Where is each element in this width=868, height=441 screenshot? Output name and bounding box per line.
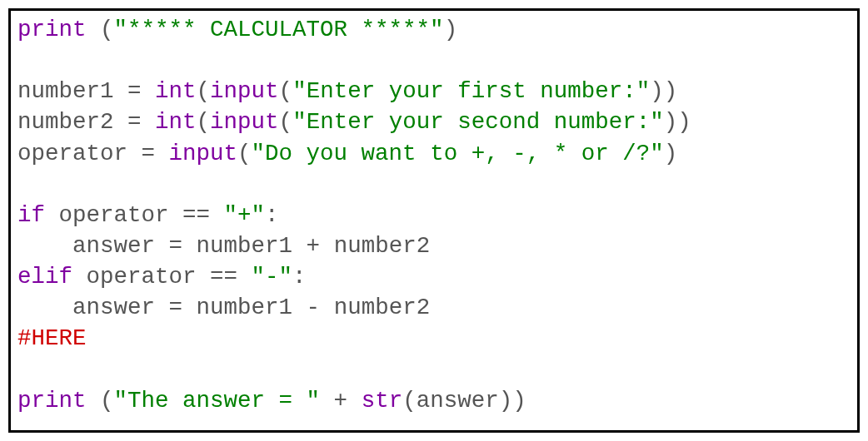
minus-op: -: [307, 295, 321, 320]
rparen: ): [650, 78, 664, 104]
string-literal: "Enter your second number:": [292, 109, 664, 135]
identifier-number1: number1: [197, 233, 307, 259]
space: [320, 233, 334, 259]
plus-op: +: [307, 233, 321, 259]
lparen: (: [100, 388, 114, 414]
equals-op: =: [169, 233, 183, 259]
identifier-number2: number2: [17, 109, 127, 135]
identifier-answer: answer: [72, 233, 169, 259]
lparen: (: [402, 388, 417, 414]
colon: :: [292, 264, 307, 290]
string-literal: "+": [224, 202, 266, 228]
input-fn: input: [210, 109, 279, 135]
elif-keyword: elif: [17, 264, 72, 290]
string-literal: "***** CALCULATOR *****": [114, 17, 444, 42]
str-fn: str: [362, 388, 403, 414]
string-literal: "-": [252, 264, 293, 290]
space: [182, 233, 197, 259]
space: [320, 388, 334, 414]
equals-op: =: [142, 141, 156, 166]
space: [182, 295, 197, 320]
rparen: ): [512, 388, 526, 414]
string-literal: "Enter your first number:": [292, 78, 650, 104]
rparen: ): [499, 388, 513, 414]
eqeq-op: ==: [182, 202, 210, 228]
space: [237, 264, 252, 290]
code-snippet: print ("***** CALCULATOR *****") number1…: [8, 8, 860, 433]
space: [210, 202, 224, 228]
space: [347, 388, 362, 414]
space: [72, 264, 87, 290]
if-keyword: if: [17, 202, 45, 228]
print-keyword: print: [17, 388, 87, 414]
int-fn: int: [155, 109, 197, 135]
string-literal: "Do you want to +, -, * or /?": [252, 141, 664, 166]
string-literal: "The answer = ": [114, 388, 321, 414]
input-fn: input: [210, 78, 279, 104]
identifier-number1: number1: [17, 78, 127, 104]
identifier-number1: number1: [197, 295, 307, 320]
indent: [17, 233, 72, 259]
rparen: ): [664, 109, 678, 135]
equals-op: =: [169, 295, 183, 320]
lparen: (: [279, 109, 293, 135]
comment-here: #HERE: [17, 325, 87, 351]
space: [142, 78, 156, 104]
space: [87, 388, 101, 414]
int-fn: int: [155, 78, 197, 104]
identifier-number2: number2: [334, 295, 431, 320]
space: [87, 17, 101, 42]
colon: :: [265, 202, 279, 228]
lparen: (: [237, 141, 252, 166]
eqeq-op: ==: [210, 264, 237, 290]
identifier-operator: operator: [87, 264, 211, 290]
equals-op: =: [127, 78, 142, 104]
space: [320, 295, 334, 320]
lparen: (: [279, 78, 293, 104]
rparen: ): [664, 141, 678, 166]
space: [45, 202, 59, 228]
lparen: (: [100, 17, 114, 42]
input-fn: input: [169, 141, 238, 166]
equals-op: =: [127, 109, 142, 135]
identifier-answer: answer: [417, 388, 499, 414]
identifier-answer: answer: [72, 295, 169, 320]
lparen: (: [197, 78, 211, 104]
space: [142, 109, 156, 135]
identifier-operator: operator: [59, 202, 183, 228]
space: [155, 141, 169, 166]
rparen: ): [444, 17, 458, 42]
rparen: ): [664, 78, 678, 104]
lparen: (: [197, 109, 211, 135]
indent: [17, 295, 72, 320]
print-keyword: print: [17, 17, 87, 42]
rparen: ): [677, 109, 691, 135]
plus-op: +: [334, 388, 348, 414]
identifier-operator: operator: [17, 141, 142, 166]
identifier-number2: number2: [334, 233, 431, 259]
